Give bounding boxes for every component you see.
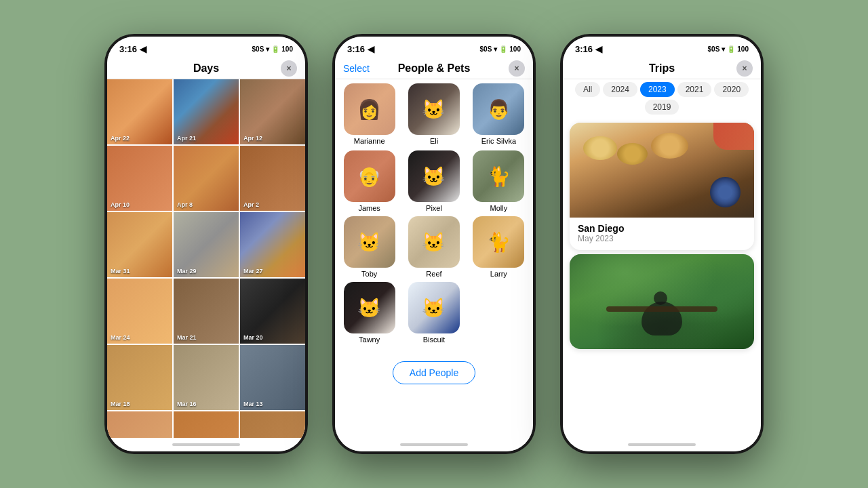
trips-nav-header: Trips ×: [563, 58, 761, 79]
days-photo-grid: Apr 22 Apr 21 Apr 12 Apr 10 Apr 8 Apr 2 …: [107, 79, 305, 438]
trip-date-san-diego: May 2023: [578, 234, 746, 243]
battery-level-days: 100: [281, 45, 293, 53]
person-cell-larry[interactable]: 🐈 Larry: [469, 216, 529, 278]
days-close-button[interactable]: ×: [281, 60, 297, 77]
home-indicator-days: [107, 438, 305, 451]
table-row[interactable]: Apr 22: [107, 79, 172, 144]
status-icons-people: $0S ▾ 🔋 100: [480, 45, 521, 53]
person-photo-biscuit: 🐱: [408, 282, 460, 333]
people-phone: 3:16 ◀ $0S ▾ 🔋 100 Select People & Pets …: [332, 34, 536, 454]
time-people: 3:16 ◀: [347, 44, 374, 54]
table-row[interactable]: Mar 29: [174, 212, 239, 277]
person-cell-reef[interactable]: 🐱 Reef: [403, 216, 464, 278]
person-photo-molly: 🐈: [473, 150, 524, 202]
table-row[interactable]: Mar 21: [174, 279, 239, 344]
days-title: Days: [193, 62, 219, 74]
trip-photo-san-diego: [570, 123, 754, 218]
trip-card-zoo[interactable]: [570, 254, 754, 349]
person-name-james: James: [358, 204, 380, 212]
person-cell-eric[interactable]: 👨 Eric Silvka: [469, 83, 529, 145]
battery-level-people: 100: [509, 45, 521, 53]
battery-icon-people: 🔋: [499, 45, 507, 53]
wifi-icon-trips: ▾: [722, 45, 725, 53]
time-trips: 3:16 ◀: [575, 44, 602, 54]
status-icons-trips: $0S ▾ 🔋 100: [708, 45, 749, 53]
trip-name-san-diego: San Diego: [578, 223, 746, 234]
trip-card-san-diego[interactable]: San Diego May 2023: [570, 123, 754, 250]
battery-level-trips: 100: [737, 45, 749, 53]
person-cell-tawny[interactable]: 🐱 Tawny: [339, 282, 399, 344]
person-cell-marianne[interactable]: 👩 Marianne: [339, 83, 399, 145]
person-photo-toby: 🐱: [344, 216, 395, 268]
table-row[interactable]: Mar 31: [107, 212, 172, 277]
trip-photo-zoo: [570, 254, 754, 349]
person-photo-tawny: 🐱: [344, 282, 395, 333]
person-photo-marianne: 👩: [344, 83, 395, 135]
year-chip-2023[interactable]: 2023: [640, 82, 675, 97]
table-row[interactable]: Apr 8: [174, 146, 239, 211]
year-chip-2021[interactable]: 2021: [677, 82, 712, 97]
person-cell-biscuit[interactable]: 🐱 Biscuit: [403, 282, 464, 344]
person-cell-eli[interactable]: 🐱 Eli: [403, 83, 464, 145]
days-content: Apr 22 Apr 21 Apr 12 Apr 10 Apr 8 Apr 2 …: [107, 79, 305, 438]
person-photo-pixel: 🐱: [408, 150, 460, 202]
status-bar-trips: 3:16 ◀ $0S ▾ 🔋 100: [563, 37, 761, 58]
table-row[interactable]: Mar 16: [174, 345, 239, 410]
table-row[interactable]: Apr 2: [240, 146, 305, 211]
status-icons-days: $0S ▾ 🔋 100: [252, 45, 293, 53]
add-people-button[interactable]: Add People: [393, 361, 475, 384]
home-indicator-trips: [563, 438, 761, 451]
people-nav-header: Select People & Pets ×: [335, 58, 533, 79]
year-chip-all[interactable]: All: [575, 82, 600, 97]
status-bar-days: 3:16 ◀ $0S ▾ 🔋 100: [107, 37, 305, 58]
table-row[interactable]: Mar 20: [240, 279, 305, 344]
person-photo-james: 👴: [344, 150, 395, 202]
table-row[interactable]: Mar 9: [107, 411, 172, 438]
wifi-icon: ▾: [266, 45, 269, 53]
year-chip-2019[interactable]: 2019: [645, 100, 679, 115]
carrier-people: $0S: [480, 45, 492, 53]
carrier-days: $0S: [252, 45, 264, 53]
table-row[interactable]: Mar 7: [240, 411, 305, 438]
table-row[interactable]: Apr 21: [174, 79, 239, 144]
person-cell-pixel[interactable]: 🐱 Pixel: [403, 150, 464, 212]
person-cell-james[interactable]: 👴 James: [339, 150, 399, 212]
person-name-molly: Molly: [490, 204, 507, 212]
trips-close-button[interactable]: ×: [736, 60, 753, 77]
person-name-marianne: Marianne: [354, 137, 385, 145]
person-cell-molly[interactable]: 🐈 Molly: [469, 150, 529, 212]
person-name-eric: Eric Silvka: [481, 137, 516, 145]
battery-icon-trips: 🔋: [727, 45, 735, 53]
person-name-biscuit: Biscuit: [423, 336, 445, 344]
people-title: People & Pets: [398, 62, 471, 74]
person-name-pixel: Pixel: [426, 204, 442, 212]
table-row[interactable]: Mar 27: [240, 212, 305, 277]
people-grid: 👴 James 🐱 Pixel 🐈 Molly: [335, 145, 533, 349]
person-cell-toby[interactable]: 🐱 Toby: [339, 216, 399, 278]
people-header-row: 👩 Marianne 🐱 Eli 👨 Eric Silvka: [335, 79, 533, 145]
person-name-tawny: Tawny: [359, 336, 380, 344]
table-row[interactable]: Mar 24: [107, 279, 172, 344]
wifi-icon-people: ▾: [494, 45, 497, 53]
people-content: 👩 Marianne 🐱 Eli 👨 Eric Silvka: [335, 79, 533, 438]
year-chip-2020[interactable]: 2020: [714, 82, 749, 97]
select-button[interactable]: Select: [343, 63, 370, 74]
table-row[interactable]: Apr 12: [240, 79, 305, 144]
person-photo-larry: 🐈: [473, 216, 524, 268]
year-chip-2024[interactable]: 2024: [603, 82, 637, 97]
time-days: 3:16 ◀: [119, 44, 146, 54]
person-photo-reef: 🐱: [408, 216, 460, 268]
table-row[interactable]: Mar 8: [174, 411, 239, 438]
person-name-larry: Larry: [490, 270, 507, 278]
person-name-reef: Reef: [426, 270, 441, 278]
table-row[interactable]: Mar 13: [240, 345, 305, 410]
days-phone: 3:16 ◀ $0S ▾ 🔋 100 Days × Apr 22 Apr 21 …: [104, 34, 308, 454]
home-indicator-people: [335, 438, 533, 451]
people-close-button[interactable]: ×: [509, 60, 525, 77]
table-row[interactable]: Apr 10: [107, 146, 172, 211]
person-photo-eric: 👨: [473, 83, 524, 135]
status-bar-people: 3:16 ◀ $0S ▾ 🔋 100: [335, 37, 533, 58]
table-row[interactable]: Mar 18: [107, 345, 172, 410]
battery-icon: 🔋: [271, 45, 279, 53]
trip-info-san-diego: San Diego May 2023: [570, 218, 754, 250]
